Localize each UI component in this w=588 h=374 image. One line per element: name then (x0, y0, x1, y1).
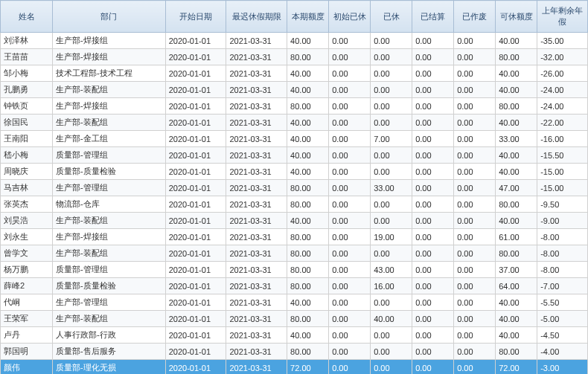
table-row[interactable]: 钟铁页生产部-焊接组2020-01-012021-03-3180.000.000… (1, 98, 588, 115)
cell-taken: 40.00 (371, 311, 412, 327)
header-start[interactable]: 开始日期 (165, 1, 226, 33)
table-row[interactable]: 王荣军生产部-装配组2020-01-012021-03-3180.000.004… (1, 311, 588, 327)
cell-avail: 40.00 (496, 115, 537, 131)
cell-remain: -5.50 (537, 294, 588, 311)
cell-taken: 0.00 (371, 147, 412, 164)
cell-taken: 0.00 (371, 98, 412, 115)
table-row[interactable]: 曾学文生产部-装配组2020-01-012021-03-3180.000.000… (1, 245, 588, 262)
cell-start: 2020-01-01 (165, 344, 226, 360)
table-row[interactable]: 张英杰物流部-仓库2020-01-012021-03-3180.000.000.… (1, 196, 588, 213)
cell-settled: 0.00 (412, 360, 454, 375)
cell-void: 0.00 (454, 82, 496, 98)
cell-dept: 生产部-焊接组 (53, 33, 166, 49)
header-dept[interactable]: 部门 (53, 1, 166, 33)
cell-dept: 质量部-理化无损 (53, 360, 166, 375)
cell-name: 薛峰2 (1, 278, 53, 294)
cell-start: 2020-01-01 (165, 131, 226, 147)
cell-start: 2020-01-01 (165, 327, 226, 344)
table-row[interactable]: 邹小梅技术工程部-技术工程2020-01-012021-03-3140.000.… (1, 65, 588, 82)
cell-remain: -24.00 (537, 82, 588, 98)
header-avail[interactable]: 可休额度 (496, 1, 537, 33)
cell-name: 郭国明 (1, 344, 53, 360)
cell-initial: 0.00 (329, 115, 371, 131)
table-row[interactable]: 王苗苗生产部-焊接组2020-01-012021-03-3180.000.000… (1, 49, 588, 65)
table-row[interactable]: 王南阳生产部-金工组2020-01-012021-03-3140.000.007… (1, 131, 588, 147)
cell-quota: 40.00 (287, 294, 329, 311)
cell-taken: 0.00 (371, 344, 412, 360)
cell-remain: -9.00 (537, 213, 588, 229)
table-row[interactable]: 薛峰2质量部-质量检验2020-01-012021-03-3180.000.00… (1, 278, 588, 294)
header-initial[interactable]: 初始已休 (329, 1, 371, 33)
cell-dept: 质量部-管理组 (53, 147, 166, 164)
table-row[interactable]: 刘昊浩生产部-装配组2020-01-012021-03-3140.000.000… (1, 213, 588, 229)
cell-initial: 0.00 (329, 278, 371, 294)
cell-settled: 0.00 (412, 164, 454, 180)
cell-remain: -15.00 (537, 180, 588, 196)
cell-settled: 0.00 (412, 311, 454, 327)
table-row[interactable]: 颜伟质量部-理化无损2020-01-012021-03-3172.000.000… (1, 360, 588, 375)
cell-taken: 43.00 (371, 262, 412, 278)
cell-initial: 0.00 (329, 131, 371, 147)
cell-settled: 0.00 (412, 180, 454, 196)
cell-taken: 0.00 (371, 327, 412, 344)
header-void[interactable]: 已作废 (454, 1, 496, 33)
table-row[interactable]: 孔鹏勇生产部-装配组2020-01-012021-03-3140.000.000… (1, 82, 588, 98)
cell-quota: 40.00 (287, 213, 329, 229)
table-row[interactable]: 徐国民生产部-装配组2020-01-012021-03-3140.000.000… (1, 115, 588, 131)
table-row[interactable]: 郭国明质量部-售后服务2020-01-012021-03-3180.000.00… (1, 344, 588, 360)
cell-start: 2020-01-01 (165, 82, 226, 98)
header-settled[interactable]: 已结算 (412, 1, 454, 33)
cell-settled: 0.00 (412, 327, 454, 344)
cell-settled: 0.00 (412, 98, 454, 115)
cell-dept: 质量部-质量检验 (53, 164, 166, 180)
cell-settled: 0.00 (412, 213, 454, 229)
cell-remain: -26.00 (537, 65, 588, 82)
table-row[interactable]: 杨万鹏质量部-管理组2020-01-012021-03-3180.000.004… (1, 262, 588, 278)
header-deadline[interactable]: 最迟休假期限 (226, 1, 287, 33)
table-row[interactable]: 刘泽林生产部-焊接组2020-01-012021-03-3140.000.000… (1, 33, 588, 49)
cell-deadline: 2021-03-31 (226, 344, 287, 360)
cell-quota: 40.00 (287, 33, 329, 49)
header-taken[interactable]: 已休 (371, 1, 412, 33)
cell-initial: 0.00 (329, 180, 371, 196)
cell-remain: -24.00 (537, 98, 588, 115)
cell-dept: 生产部-装配组 (53, 311, 166, 327)
header-quota[interactable]: 本期额度 (287, 1, 329, 33)
cell-quota: 40.00 (287, 147, 329, 164)
cell-quota: 40.00 (287, 82, 329, 98)
cell-initial: 0.00 (329, 33, 371, 49)
cell-avail: 64.00 (496, 278, 537, 294)
cell-taken: 33.00 (371, 180, 412, 196)
table-row[interactable]: 代峒生产部-管理组2020-01-012021-03-3140.000.000.… (1, 294, 588, 311)
cell-start: 2020-01-01 (165, 147, 226, 164)
header-name[interactable]: 姓名 (1, 1, 53, 33)
cell-initial: 0.00 (329, 147, 371, 164)
table-row[interactable]: 周晓庆质量部-质量检验2020-01-012021-03-3140.000.00… (1, 164, 588, 180)
cell-void: 0.00 (454, 180, 496, 196)
cell-initial: 0.00 (329, 82, 371, 98)
table-row[interactable]: 刘永生生产部-焊接组2020-01-012021-03-3180.000.001… (1, 229, 588, 245)
table-row[interactable]: 嵇小梅质量部-管理组2020-01-012021-03-3140.000.000… (1, 147, 588, 164)
cell-name: 颜伟 (1, 360, 53, 375)
table-row[interactable]: 马吉林生产部-管理组2020-01-012021-03-3180.000.003… (1, 180, 588, 196)
cell-quota: 80.00 (287, 196, 329, 213)
cell-avail: 40.00 (496, 82, 537, 98)
cell-settled: 0.00 (412, 245, 454, 262)
cell-deadline: 2021-03-31 (226, 327, 287, 344)
cell-taken: 0.00 (371, 213, 412, 229)
header-remain[interactable]: 上年剩余年假 (537, 1, 588, 33)
cell-quota: 40.00 (287, 115, 329, 131)
cell-void: 0.00 (454, 229, 496, 245)
cell-initial: 0.00 (329, 245, 371, 262)
cell-taken: 0.00 (371, 49, 412, 65)
cell-remain: -32.00 (537, 49, 588, 65)
cell-initial: 0.00 (329, 262, 371, 278)
table-row[interactable]: 卢丹人事行政部-行政2020-01-012021-03-3140.000.000… (1, 327, 588, 344)
cell-settled: 0.00 (412, 131, 454, 147)
cell-deadline: 2021-03-31 (226, 131, 287, 147)
cell-name: 孔鹏勇 (1, 82, 53, 98)
cell-quota: 80.00 (287, 98, 329, 115)
cell-start: 2020-01-01 (165, 196, 226, 213)
cell-start: 2020-01-01 (165, 115, 226, 131)
cell-avail: 72.00 (496, 360, 537, 375)
